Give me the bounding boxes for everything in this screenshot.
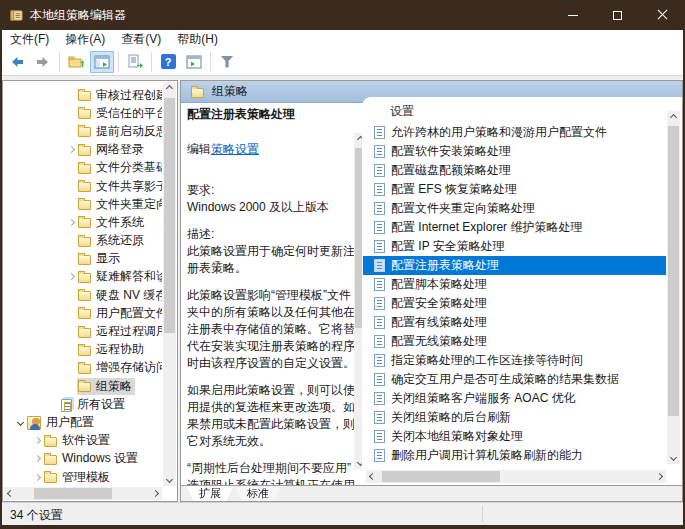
setting-item[interactable]: 配置无线策略处理 (363, 332, 666, 351)
tree-item[interactable]: 用户配置 (4, 413, 162, 431)
export-list-button[interactable] (123, 51, 147, 73)
menu-item[interactable]: 操作(A) (57, 30, 113, 48)
expander-icon[interactable] (65, 147, 77, 152)
expander-icon[interactable] (65, 274, 77, 279)
chevron-left-icon (7, 490, 14, 497)
tree-item-icon (78, 382, 91, 392)
tree-item[interactable]: 管理模板 (4, 468, 162, 486)
scroll-down-arrow[interactable] (667, 451, 680, 464)
text-cursor (217, 261, 218, 272)
policy-doc-icon (374, 354, 385, 367)
scroll-up-arrow[interactable] (667, 111, 680, 124)
tree-item[interactable]: 组策略 (4, 377, 162, 395)
up-one-level-button[interactable] (64, 51, 88, 73)
maximize-button[interactable] (595, 0, 640, 30)
setting-item[interactable]: 确定交互用户是否可生成策略的结果集数据 (363, 370, 666, 389)
setting-item[interactable]: 配置安全策略处理 (363, 294, 666, 313)
scrollbar-thumb[interactable] (382, 471, 500, 482)
tree-item[interactable]: 网络登录 (4, 141, 162, 159)
tree-horizontal-scrollbar[interactable] (4, 487, 162, 500)
tree-item[interactable]: 系统还原 (4, 232, 162, 250)
policy-doc-icon (374, 449, 385, 462)
tree-item-label: 疑难解答和诊断 (96, 268, 162, 285)
settings-horizontal-scrollbar[interactable] (366, 470, 666, 483)
help-button[interactable]: ? (156, 51, 180, 73)
policy-doc-icon (374, 411, 385, 424)
tree-item[interactable]: 远程过程调用 (4, 322, 162, 340)
setting-item[interactable]: 配置脚本策略处理 (363, 275, 666, 294)
tree-item-label: 硬盘 NV 缓存 (96, 287, 162, 304)
setting-item[interactable]: 关闭组策略的后台刷新 (363, 408, 666, 427)
setting-item[interactable]: 指定策略处理的工作区连接等待时间 (363, 351, 666, 370)
setting-item[interactable]: 删除用户调用计算机策略刷新的能力 (363, 446, 666, 465)
filter-icon (221, 56, 234, 68)
tree-item[interactable]: 软件设置 (4, 432, 162, 450)
settings-vertical-scrollbar[interactable] (667, 111, 680, 464)
tree-item[interactable]: Windows 设置 (4, 450, 162, 468)
scroll-up-arrow[interactable] (163, 82, 176, 95)
setting-item[interactable]: 配置 EFS 恢复策略处理 (363, 180, 666, 199)
tree-item[interactable]: 文件共享影子复制提供程序 (4, 177, 162, 195)
tree-item[interactable]: 显示 (4, 250, 162, 268)
console-window-icon (186, 55, 202, 69)
setting-item[interactable]: 配置注册表策略处理 (363, 256, 666, 275)
expander-icon[interactable] (31, 456, 43, 461)
setting-item[interactable]: 配置磁盘配额策略处理 (363, 161, 666, 180)
tree-item[interactable]: 所有设置 (4, 395, 162, 413)
expander-icon[interactable] (65, 220, 77, 225)
tree-item-label: 显示 (96, 250, 120, 267)
scrollbar-thumb[interactable] (164, 98, 175, 333)
tree-item-label: 软件设置 (62, 432, 110, 449)
tree-item-content: 管理模板 (43, 469, 113, 486)
setting-item-label: 配置软件安装策略处理 (391, 143, 511, 160)
tree-item[interactable]: 文件系统 (4, 213, 162, 231)
setting-item[interactable]: 允许跨林的用户策略和漫游用户配置文件 (363, 123, 666, 142)
tree-item[interactable]: 审核过程创建 (4, 86, 162, 104)
menu-item[interactable]: 查看(V) (113, 30, 169, 48)
tree-item-label: Windows 设置 (62, 450, 138, 467)
filter-button[interactable] (215, 51, 239, 73)
setting-item[interactable]: 配置软件安装策略处理 (363, 142, 666, 161)
minimize-button[interactable] (550, 0, 595, 30)
scrollbar-thumb[interactable] (34, 488, 112, 499)
chevron-down-icon (166, 476, 173, 483)
tree-vertical-scrollbar[interactable] (163, 82, 176, 486)
setting-item[interactable]: 关闭组策略客户端服务 AOAC 优化 (363, 389, 666, 408)
setting-item[interactable]: 配置 IP 安全策略处理 (363, 237, 666, 256)
tree-item[interactable]: 用户配置文件 (4, 304, 162, 322)
expander-icon[interactable] (14, 420, 26, 425)
setting-item[interactable]: 配置文件夹重定向策略处理 (363, 199, 666, 218)
scroll-right-arrow[interactable] (149, 487, 162, 500)
console-tree-icon (94, 55, 110, 69)
scroll-left-arrow[interactable] (366, 470, 379, 483)
tree-item[interactable]: 提前启动反恶意软件 (4, 122, 162, 140)
tree-item[interactable]: 远程协助 (4, 341, 162, 359)
tree-item[interactable]: 疑难解答和诊断 (4, 268, 162, 286)
close-button[interactable] (640, 0, 685, 30)
tree-item[interactable]: 文件分类基础结构 (4, 159, 162, 177)
scroll-right-arrow[interactable] (653, 470, 666, 483)
view-tab[interactable]: 扩展 (187, 486, 233, 501)
setting-item[interactable]: 配置 Internet Explorer 维护策略处理 (363, 218, 666, 237)
expander-icon[interactable] (31, 438, 43, 443)
chevron-up-icon (670, 114, 677, 121)
setting-item[interactable]: 关闭本地组策略对象处理 (363, 427, 666, 446)
menu-item[interactable]: 文件(F) (2, 30, 57, 48)
show-console-tree-button[interactable] (90, 51, 114, 73)
forward-button[interactable] (31, 51, 55, 73)
tree-item[interactable]: 硬盘 NV 缓存 (4, 286, 162, 304)
view-tab[interactable]: 标准 (235, 486, 281, 501)
settings-column-header[interactable]: 设置 (390, 103, 414, 119)
menu-item[interactable]: 帮助(H) (169, 30, 226, 48)
scrollbar-thumb[interactable] (668, 126, 679, 416)
setting-item[interactable]: 配置有线策略处理 (363, 313, 666, 332)
tree-item[interactable]: 增强存储访问 (4, 359, 162, 377)
back-button[interactable] (5, 51, 29, 73)
console-window-button[interactable] (182, 51, 206, 73)
edit-policy-setting-link[interactable]: 策略设置 (211, 142, 259, 156)
tree-item[interactable]: 文件夹重定向 (4, 195, 162, 213)
expander-icon[interactable] (31, 475, 43, 480)
tree-item[interactable]: 受信任的平台模块服务 (4, 104, 162, 122)
scroll-left-arrow[interactable] (4, 487, 17, 500)
scroll-down-arrow[interactable] (163, 473, 176, 486)
